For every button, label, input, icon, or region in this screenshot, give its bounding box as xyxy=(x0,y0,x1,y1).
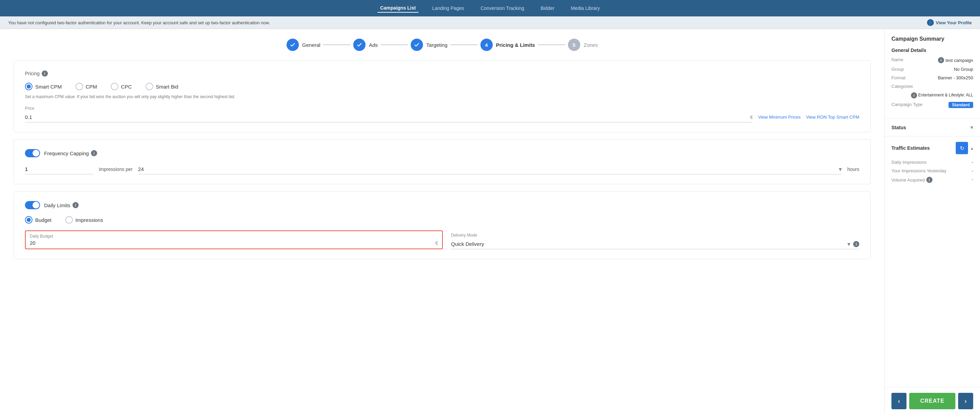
volume-acquired-key: Volume Acquired i xyxy=(891,177,932,183)
smart-cpm-radio[interactable] xyxy=(25,83,32,90)
pricing-info-icon[interactable]: i xyxy=(42,70,48,76)
cpm-radio[interactable] xyxy=(76,83,83,90)
next-button[interactable]: › xyxy=(958,393,973,409)
sidebar-status-section[interactable]: Status ▾ xyxy=(885,119,980,137)
status-title: Status xyxy=(891,125,906,130)
step-circle-zones: 5 xyxy=(568,39,580,51)
step-circle-targeting xyxy=(410,39,423,51)
step-label-general: General xyxy=(302,42,320,48)
daily-budget-field: Daily Budget € xyxy=(25,230,443,249)
nav-media-library[interactable]: Media Library xyxy=(568,4,603,12)
campaign-summary-title: Campaign Summary xyxy=(891,36,973,42)
impressions-option[interactable]: Impressions xyxy=(65,216,103,224)
smart-cpm-option[interactable]: Smart CPM xyxy=(25,83,62,90)
daily-impressions-value: - xyxy=(972,160,973,165)
frequency-label: Frequency Capping i xyxy=(44,150,97,156)
nav-conversion-tracking[interactable]: Conversion Tracking xyxy=(478,4,527,12)
daily-limits-label: Daily Limits i xyxy=(44,202,79,208)
smart-bid-radio[interactable] xyxy=(146,83,153,90)
view-min-prices-link[interactable]: View Minimum Prices xyxy=(758,114,800,120)
impressions-radio[interactable] xyxy=(65,216,73,224)
delivery-mode-info-icon[interactable]: i xyxy=(853,241,859,247)
volume-acquired-row: Volume Acquired i - xyxy=(891,177,973,183)
step-connector-2 xyxy=(380,44,408,45)
refresh-traffic-button[interactable]: ↻ xyxy=(956,142,968,154)
smart-bid-option[interactable]: Smart Bid xyxy=(146,83,178,90)
main-layout: General Ads Targetin xyxy=(0,29,980,413)
daily-limits-info-icon[interactable]: i xyxy=(73,202,79,208)
yesterday-impressions-value: - xyxy=(972,168,973,173)
daily-limits-toggle-row: Daily Limits i xyxy=(25,201,859,209)
budget-radio[interactable] xyxy=(25,216,32,224)
sidebar-campaign-summary: Campaign Summary General Details Name i … xyxy=(885,29,980,119)
nav-bidder[interactable]: Bidder xyxy=(538,4,557,12)
categories-info-icon[interactable]: i xyxy=(911,92,917,98)
frequency-hours-select[interactable]: 24 12 6 1 xyxy=(138,164,839,174)
name-info-icon[interactable]: i xyxy=(938,57,944,63)
delivery-select-row: Quick Delivery Even Delivery Slow Delive… xyxy=(451,239,859,249)
frequency-toggle[interactable] xyxy=(25,149,40,157)
view-ron-link[interactable]: View RON Top Smart CPM xyxy=(806,114,859,120)
price-row: Price € View Minimum Prices View RON Top… xyxy=(25,106,859,122)
budget-option[interactable]: Budget xyxy=(25,216,52,224)
sidebar-categories-key: Categories xyxy=(891,84,913,89)
step-number-zones: 5 xyxy=(573,42,576,48)
frequency-impressions-input[interactable] xyxy=(25,164,93,174)
budget-row: Daily Budget € Delivery Mode Quick Deliv… xyxy=(25,230,859,249)
alert-bar: You have not configured two-factor authe… xyxy=(0,16,980,29)
daily-budget-field-label: Daily Budget xyxy=(30,234,438,239)
sidebar-name-key: Name xyxy=(891,57,904,62)
daily-limits-label-text: Daily Limits xyxy=(44,202,70,208)
step-connector-3 xyxy=(450,44,478,45)
form-body: Pricing i Smart CPM CPM xyxy=(0,60,884,280)
volume-info-icon[interactable]: i xyxy=(926,177,932,183)
smart-cpm-radio-inner xyxy=(27,84,31,89)
daily-limits-card: Daily Limits i Budget Impressions xyxy=(14,191,870,259)
frequency-info-icon[interactable]: i xyxy=(91,150,97,156)
sidebar-format-key: Format xyxy=(891,75,905,80)
general-details-title: General Details xyxy=(891,48,973,53)
daily-budget-input[interactable] xyxy=(30,240,434,246)
sidebar-categories-value-row: i Entertainment & Lifestyle: ALL xyxy=(891,92,973,98)
view-profile-link[interactable]: 👤 View Your Profile xyxy=(927,19,972,26)
create-button[interactable]: CREATE xyxy=(909,393,955,409)
step-zones: 5 Zones xyxy=(568,39,598,51)
sidebar-group-row: Group No Group xyxy=(891,67,973,72)
delivery-mode-select[interactable]: Quick Delivery Even Delivery Slow Delive… xyxy=(451,239,847,249)
cpc-radio[interactable] xyxy=(111,83,118,90)
step-number-pricing: 4 xyxy=(485,42,488,48)
step-pricing: 4 Pricing & Limits xyxy=(480,39,535,51)
sidebar-traffic-section: Traffic Estimates ↻ ▴ Daily Impressions … xyxy=(885,137,980,387)
frequency-hours-arrow: ▾ xyxy=(839,165,842,173)
step-connector-1 xyxy=(323,44,350,45)
daily-limits-radio-group: Budget Impressions xyxy=(25,216,859,224)
sidebar-categories-value: Entertainment & Lifestyle: ALL xyxy=(918,93,973,97)
sidebar: Campaign Summary General Details Name i … xyxy=(884,29,980,413)
step-label-targeting: Targeting xyxy=(426,42,448,48)
price-input[interactable] xyxy=(25,112,749,122)
step-circle-pricing: 4 xyxy=(480,39,493,51)
cpc-option[interactable]: CPC xyxy=(111,83,132,90)
frequency-label-text: Frequency Capping xyxy=(44,151,89,156)
smart-bid-label: Smart Bid xyxy=(156,84,178,90)
impressions-label: Impressions xyxy=(76,217,103,223)
daily-budget-currency: € xyxy=(434,240,438,246)
delivery-mode-label: Delivery Mode xyxy=(451,233,859,238)
daily-limits-toggle[interactable] xyxy=(25,201,40,209)
nav-campaigns-list[interactable]: Campaigns List xyxy=(377,4,418,13)
sidebar-group-value: No Group xyxy=(954,67,973,72)
pricing-label: Pricing i xyxy=(25,70,859,76)
step-general: General xyxy=(286,39,320,51)
daily-impressions-key: Daily Impressions xyxy=(891,160,927,165)
step-circle-ads xyxy=(353,39,366,51)
nav-landing-pages[interactable]: Landing Pages xyxy=(430,4,467,12)
alert-message: You have not configured two-factor authe… xyxy=(8,20,270,25)
step-label-ads: Ads xyxy=(369,42,378,48)
daily-limits-toggle-knob xyxy=(32,202,39,208)
delivery-mode-field: Delivery Mode Quick Delivery Even Delive… xyxy=(451,233,859,249)
pricing-label-text: Pricing xyxy=(25,71,40,76)
sidebar-campaign-type-value: Standard xyxy=(948,102,973,108)
smart-cpm-label: Smart CPM xyxy=(35,84,62,90)
cpm-option[interactable]: CPM xyxy=(76,83,97,90)
prev-button[interactable]: ‹ xyxy=(891,393,907,409)
